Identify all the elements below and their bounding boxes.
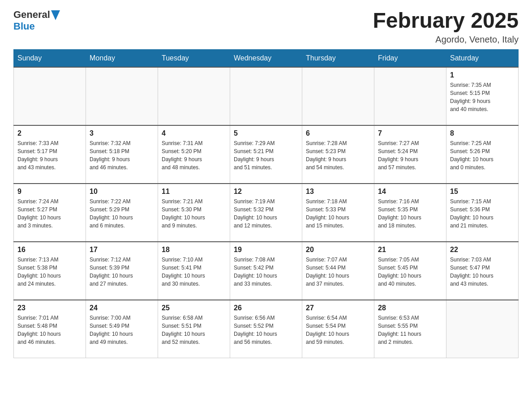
day-number: 26 — [234, 304, 298, 312]
day-number: 18 — [162, 246, 226, 254]
day-info: Sunrise: 7:33 AM Sunset: 5:17 PM Dayligh… — [17, 139, 82, 171]
calendar-cell: 1Sunrise: 7:35 AM Sunset: 5:15 PM Daylig… — [446, 67, 519, 125]
day-number: 15 — [450, 188, 515, 196]
calendar-cell: 13Sunrise: 7:18 AM Sunset: 5:33 PM Dayli… — [302, 184, 374, 242]
day-number: 8 — [450, 129, 515, 137]
day-number: 14 — [378, 188, 442, 196]
calendar-cell: 17Sunrise: 7:12 AM Sunset: 5:39 PM Dayli… — [86, 242, 158, 300]
day-info: Sunrise: 7:28 AM Sunset: 5:23 PM Dayligh… — [306, 139, 370, 171]
day-info: Sunrise: 7:32 AM Sunset: 5:18 PM Dayligh… — [90, 139, 154, 171]
day-info: Sunrise: 7:29 AM Sunset: 5:21 PM Dayligh… — [234, 139, 298, 171]
day-info: Sunrise: 7:35 AM Sunset: 5:15 PM Dayligh… — [450, 81, 515, 113]
day-info: Sunrise: 7:22 AM Sunset: 5:29 PM Dayligh… — [90, 197, 154, 230]
day-info: Sunrise: 7:10 AM Sunset: 5:41 PM Dayligh… — [162, 256, 226, 288]
day-number: 6 — [306, 129, 370, 137]
weekday-header: Friday — [374, 49, 446, 67]
page-header: General Blue February 2025 Agordo, Venet… — [13, 9, 519, 45]
day-number: 21 — [378, 246, 442, 254]
day-info: Sunrise: 7:12 AM Sunset: 5:39 PM Dayligh… — [90, 256, 154, 288]
calendar-cell — [230, 67, 302, 125]
calendar-cell: 8Sunrise: 7:25 AM Sunset: 5:26 PM Daylig… — [446, 125, 519, 184]
day-number: 9 — [17, 188, 82, 196]
calendar-cell — [446, 300, 519, 358]
svg-marker-0 — [51, 10, 60, 20]
day-info: Sunrise: 7:15 AM Sunset: 5:36 PM Dayligh… — [450, 197, 515, 230]
day-number: 20 — [306, 246, 370, 254]
weekday-header: Monday — [86, 49, 158, 67]
calendar-table: SundayMondayTuesdayWednesdayThursdayFrid… — [13, 49, 519, 359]
calendar-cell: 5Sunrise: 7:29 AM Sunset: 5:21 PM Daylig… — [230, 125, 302, 184]
day-info: Sunrise: 7:18 AM Sunset: 5:33 PM Dayligh… — [306, 197, 370, 230]
day-info: Sunrise: 7:00 AM Sunset: 5:49 PM Dayligh… — [90, 314, 154, 346]
day-info: Sunrise: 7:24 AM Sunset: 5:27 PM Dayligh… — [17, 197, 82, 230]
calendar-cell: 4Sunrise: 7:31 AM Sunset: 5:20 PM Daylig… — [158, 125, 230, 184]
calendar-cell: 20Sunrise: 7:07 AM Sunset: 5:44 PM Dayli… — [302, 242, 374, 300]
calendar-cell — [374, 67, 446, 125]
calendar-cell: 24Sunrise: 7:00 AM Sunset: 5:49 PM Dayli… — [86, 300, 158, 358]
location-subtitle: Agordo, Veneto, Italy — [373, 34, 519, 45]
day-info: Sunrise: 6:54 AM Sunset: 5:54 PM Dayligh… — [306, 314, 370, 346]
day-number: 10 — [90, 188, 154, 196]
weekday-header: Sunday — [14, 49, 86, 67]
calendar-cell: 27Sunrise: 6:54 AM Sunset: 5:54 PM Dayli… — [302, 300, 374, 358]
calendar-cell: 28Sunrise: 6:53 AM Sunset: 5:55 PM Dayli… — [374, 300, 446, 358]
logo-blue-text: Blue — [13, 21, 35, 32]
day-number: 13 — [306, 188, 370, 196]
day-info: Sunrise: 7:13 AM Sunset: 5:38 PM Dayligh… — [17, 256, 82, 288]
calendar-cell: 21Sunrise: 7:05 AM Sunset: 5:45 PM Dayli… — [374, 242, 446, 300]
calendar-cell: 19Sunrise: 7:08 AM Sunset: 5:42 PM Dayli… — [230, 242, 302, 300]
calendar-cell: 9Sunrise: 7:24 AM Sunset: 5:27 PM Daylig… — [14, 184, 86, 242]
day-number: 22 — [450, 246, 515, 254]
calendar-cell — [302, 67, 374, 125]
calendar-cell: 6Sunrise: 7:28 AM Sunset: 5:23 PM Daylig… — [302, 125, 374, 184]
day-info: Sunrise: 7:31 AM Sunset: 5:20 PM Dayligh… — [162, 139, 226, 171]
title-section: February 2025 Agordo, Veneto, Italy — [373, 9, 519, 45]
day-number: 7 — [378, 129, 442, 137]
day-number: 27 — [306, 304, 370, 312]
calendar-cell: 16Sunrise: 7:13 AM Sunset: 5:38 PM Dayli… — [14, 242, 86, 300]
weekday-header: Saturday — [446, 49, 519, 67]
calendar-cell: 7Sunrise: 7:27 AM Sunset: 5:24 PM Daylig… — [374, 125, 446, 184]
day-number: 2 — [17, 129, 82, 137]
calendar-cell: 10Sunrise: 7:22 AM Sunset: 5:29 PM Dayli… — [86, 184, 158, 242]
logo: General Blue — [13, 9, 60, 32]
day-number: 1 — [450, 71, 515, 79]
logo-general-text: General — [13, 9, 50, 21]
day-info: Sunrise: 7:07 AM Sunset: 5:44 PM Dayligh… — [306, 256, 370, 288]
day-number: 3 — [90, 129, 154, 137]
day-info: Sunrise: 7:08 AM Sunset: 5:42 PM Dayligh… — [234, 256, 298, 288]
calendar-week-row: 2Sunrise: 7:33 AM Sunset: 5:17 PM Daylig… — [14, 125, 519, 184]
day-number: 16 — [17, 246, 82, 254]
day-info: Sunrise: 7:01 AM Sunset: 5:48 PM Dayligh… — [17, 314, 82, 346]
day-number: 11 — [162, 188, 226, 196]
day-number: 24 — [90, 304, 154, 312]
day-info: Sunrise: 6:58 AM Sunset: 5:51 PM Dayligh… — [162, 314, 226, 346]
day-info: Sunrise: 6:53 AM Sunset: 5:55 PM Dayligh… — [378, 314, 442, 346]
day-info: Sunrise: 7:05 AM Sunset: 5:45 PM Dayligh… — [378, 256, 442, 288]
day-info: Sunrise: 6:56 AM Sunset: 5:52 PM Dayligh… — [234, 314, 298, 346]
day-number: 25 — [162, 304, 226, 312]
calendar-cell: 14Sunrise: 7:16 AM Sunset: 5:35 PM Dayli… — [374, 184, 446, 242]
day-info: Sunrise: 7:21 AM Sunset: 5:30 PM Dayligh… — [162, 197, 226, 230]
weekday-header: Tuesday — [158, 49, 230, 67]
calendar-cell: 22Sunrise: 7:03 AM Sunset: 5:47 PM Dayli… — [446, 242, 519, 300]
calendar-cell: 15Sunrise: 7:15 AM Sunset: 5:36 PM Dayli… — [446, 184, 519, 242]
day-info: Sunrise: 7:25 AM Sunset: 5:26 PM Dayligh… — [450, 139, 515, 171]
calendar-week-row: 16Sunrise: 7:13 AM Sunset: 5:38 PM Dayli… — [14, 242, 519, 300]
day-number: 28 — [378, 304, 442, 312]
day-number: 12 — [234, 188, 298, 196]
day-number: 19 — [234, 246, 298, 254]
calendar-week-row: 9Sunrise: 7:24 AM Sunset: 5:27 PM Daylig… — [14, 184, 519, 242]
calendar-cell — [14, 67, 86, 125]
calendar-cell: 18Sunrise: 7:10 AM Sunset: 5:41 PM Dayli… — [158, 242, 230, 300]
day-number: 5 — [234, 129, 298, 137]
weekday-header: Wednesday — [230, 49, 302, 67]
day-number: 4 — [162, 129, 226, 137]
day-info: Sunrise: 7:19 AM Sunset: 5:32 PM Dayligh… — [234, 197, 298, 230]
day-info: Sunrise: 7:16 AM Sunset: 5:35 PM Dayligh… — [378, 197, 442, 230]
logo-arrow-icon — [51, 10, 60, 20]
calendar-cell: 3Sunrise: 7:32 AM Sunset: 5:18 PM Daylig… — [86, 125, 158, 184]
calendar-cell — [86, 67, 158, 125]
calendar-cell: 12Sunrise: 7:19 AM Sunset: 5:32 PM Dayli… — [230, 184, 302, 242]
calendar-cell: 25Sunrise: 6:58 AM Sunset: 5:51 PM Dayli… — [158, 300, 230, 358]
